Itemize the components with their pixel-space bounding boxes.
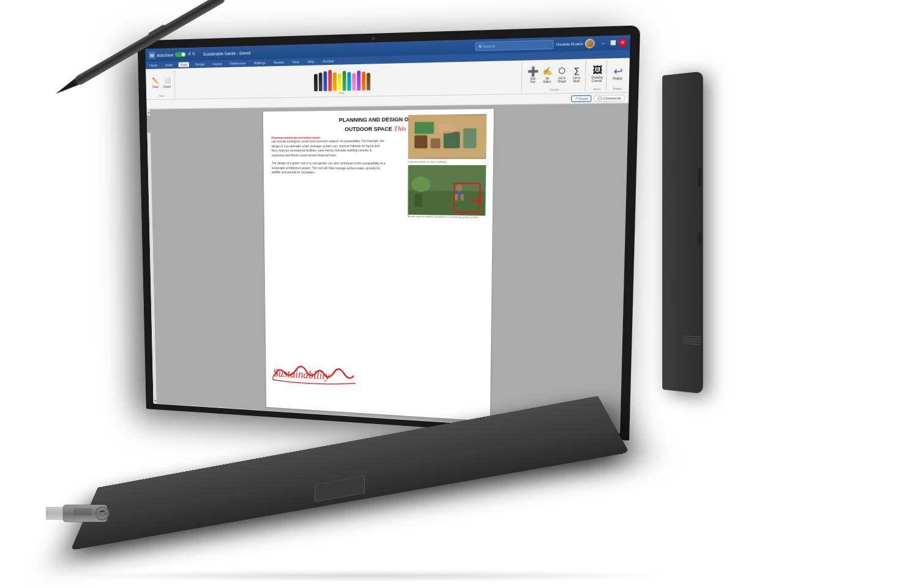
svg-rect-6 — [431, 138, 441, 148]
doc-body-1: Planning and design of outdoor space can… — [271, 135, 386, 158]
taskbar-folder-icon[interactable]: 📁 — [325, 425, 332, 433]
pens-group: Pens — [176, 62, 523, 98]
pen-dark[interactable] — [318, 73, 322, 92]
close-button[interactable]: ✕ — [619, 39, 627, 46]
draw-label: Draw — [152, 86, 158, 89]
windows-logo-icon — [157, 414, 164, 422]
search-box[interactable]: 🔍 Search — [475, 40, 553, 51]
draw-button[interactable]: ✏️ Draw — [150, 75, 161, 89]
restore-button[interactable]: ⬜ — [610, 40, 616, 47]
comments-button[interactable]: 💬 Comments — [594, 94, 625, 102]
svg-rect-25 — [161, 414, 164, 417]
main-scene: W AutoSave ↺ ↻ Sustainable Garde - Saved — [0, 0, 918, 588]
tab-design[interactable]: Design — [193, 62, 206, 67]
svg-rect-18 — [455, 194, 458, 201]
taskbar-search[interactable]: 🔍 Type here to search — [166, 414, 215, 425]
word-application: W AutoSave ↺ ↻ Sustainable Garde - Saved — [145, 35, 630, 434]
share-button[interactable]: ↗ Share — [571, 95, 592, 102]
document-title: Sustainable Garde - Saved — [203, 50, 251, 56]
drawing-canvas-button[interactable]: 🖼 DrawingCanvas — [590, 64, 604, 84]
pen-orange[interactable] — [333, 72, 337, 91]
ink-replay-button[interactable]: ↩ Replay — [611, 65, 625, 81]
tab-help[interactable]: Help — [305, 59, 316, 64]
svg-marker-0 — [54, 78, 79, 97]
sustainability-svg: Sustainability — [271, 354, 362, 392]
pen-blue[interactable] — [323, 71, 327, 91]
tab-acrobat[interactable]: Acrobat — [321, 59, 335, 64]
pen-yellow[interactable] — [338, 73, 341, 91]
pen-lightblue[interactable] — [347, 72, 351, 91]
ink-editor-icon: ✍ — [542, 65, 553, 76]
drawing-canvas-icon: 🖼 — [592, 64, 603, 75]
insert-group-label: Insert — [594, 87, 600, 91]
ink-to-math-button[interactable]: ∑ Ink toMath — [570, 64, 584, 84]
replay-group: ↩ Replay Replay — [608, 59, 627, 91]
doc-body-text-1: can include ecological, social and econo… — [271, 139, 386, 157]
scrollbar-thumb[interactable] — [147, 115, 151, 133]
svg-rect-7 — [444, 132, 460, 148]
tab-home[interactable]: Home — [147, 63, 159, 68]
ink-editor-button[interactable]: ✍ InkEditor — [540, 65, 554, 84]
touchpad[interactable] — [315, 475, 365, 502]
taskbar-word-icon[interactable]: W — [353, 427, 359, 434]
tab-layout[interactable]: Layout — [211, 61, 224, 66]
document-scroll: PLANNING AND DESIGN OF OUTDOOR SPACE Thi… — [150, 103, 629, 433]
tab-view[interactable]: View — [291, 59, 301, 65]
convert-group-label: Convert — [550, 88, 559, 92]
ink-replay-label: Replay — [613, 77, 622, 81]
doc-title-text: PLANNING AND DESIGN OF — [339, 116, 412, 123]
image-1-content — [408, 114, 487, 159]
speaker-grille — [683, 335, 701, 345]
svg-rect-29 — [48, 509, 63, 518]
share-label: Share — [578, 96, 588, 100]
doc-images: Preparing labels for plant seedlings. — [408, 114, 490, 220]
pen-purple[interactable] — [357, 70, 360, 91]
usb-drive-svg — [46, 494, 113, 534]
svg-rect-34 — [100, 510, 105, 512]
replay-items: ↩ Replay — [611, 60, 625, 86]
laptop-right-body — [662, 71, 703, 393]
pen-items — [314, 66, 370, 92]
svg-rect-19 — [460, 194, 463, 201]
doc-image-1 — [408, 114, 487, 159]
pen-green[interactable] — [342, 71, 346, 91]
autosave-label: AutoSave — [157, 53, 173, 58]
pen-black[interactable] — [314, 74, 318, 91]
insert-items: 🖼 DrawingCanvas — [590, 61, 605, 87]
convert-group: ➕ AddPen ✍ InkEditor ⬡ Ink toShape — [524, 60, 586, 92]
tab-insert[interactable]: Insert — [163, 62, 174, 67]
convert-items: ➕ AddPen ✍ InkEditor ⬡ Ink toShape — [526, 61, 584, 88]
pens-group-label: Pens — [339, 91, 345, 94]
ink-editor-label: InkEditor — [543, 76, 551, 84]
svg-rect-5 — [414, 135, 427, 148]
taskbar-edge-icon[interactable]: ℰ — [316, 425, 323, 432]
taskbar-mail-icon[interactable]: ✉ — [334, 426, 341, 433]
tab-mailings[interactable]: Mailings — [252, 60, 267, 65]
eraser-button[interactable]: ⬜ Eraser — [162, 75, 173, 89]
insert-group: 🖼 DrawingCanvas Insert — [588, 60, 607, 92]
start-button[interactable] — [157, 414, 164, 422]
svg-point-16 — [456, 185, 463, 192]
pen-pink[interactable] — [352, 73, 356, 91]
minimize-button[interactable]: ─ — [600, 40, 606, 47]
tab-references[interactable]: References — [228, 61, 248, 66]
usb-drive — [46, 494, 113, 536]
add-pen-button[interactable]: ➕ AddPen — [526, 65, 540, 84]
taskbar-store-icon[interactable]: 🛍 — [343, 426, 350, 434]
search-icon: 🔍 — [168, 417, 171, 420]
ink-replay-icon: ↩ — [612, 65, 623, 76]
doc-handwritten-this: This — [394, 124, 406, 132]
tab-draw[interactable]: Draw — [179, 62, 189, 67]
page-info: Page 4 of 5 — [157, 406, 170, 410]
doc-image-2 — [408, 165, 486, 216]
pen-deeporange[interactable] — [362, 72, 365, 91]
screen-content: W AutoSave ↺ ↻ Sustainable Garde - Saved — [145, 35, 630, 434]
comments-label: Comments — [603, 96, 621, 100]
tab-review[interactable]: Review — [272, 60, 286, 65]
ink-to-math-icon: ∑ — [572, 65, 583, 76]
pen-red[interactable] — [328, 70, 332, 91]
pen-brown[interactable] — [367, 73, 370, 91]
replay-group-label: Replay — [613, 87, 622, 91]
drawing-canvas-label: DrawingCanvas — [591, 76, 603, 83]
ink-to-shape-button[interactable]: ⬡ Ink toShape — [555, 64, 569, 84]
